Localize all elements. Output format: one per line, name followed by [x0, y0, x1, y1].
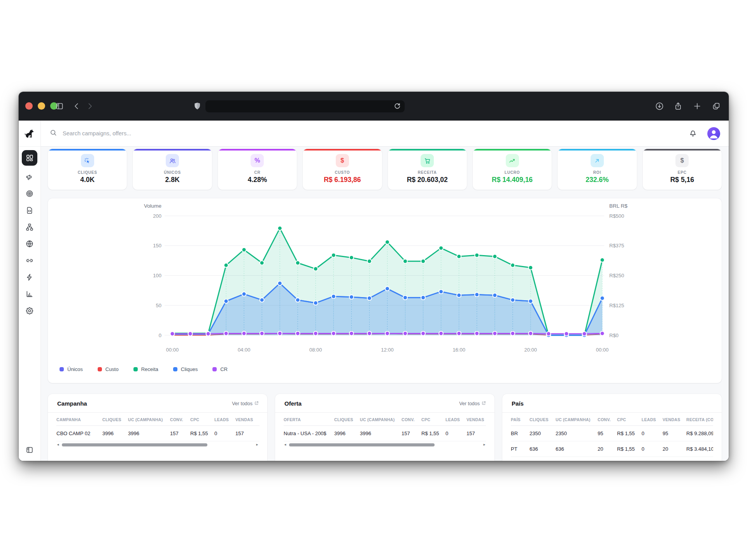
table-row[interactable]: BR2350235095R$ 1,55095R$ 9.288,09: [502, 426, 722, 441]
svg-text:R$125: R$125: [609, 303, 624, 308]
legend-label: CR: [220, 366, 228, 372]
scrollbar-thumb[interactable]: [289, 443, 435, 446]
ver-todos-label: Ver todos: [232, 401, 253, 406]
sidebar-item-lightning-icon[interactable]: [24, 272, 35, 283]
table-cell: 3996: [102, 426, 128, 441]
table-cell: 2350: [556, 426, 598, 441]
address-bar[interactable]: [205, 100, 405, 112]
table-title: Oferta: [284, 400, 302, 407]
close-window-button[interactable]: [25, 102, 33, 110]
user-avatar[interactable]: [707, 127, 720, 140]
sidebar-item-sitemap-icon[interactable]: [24, 222, 35, 233]
table-cell: 95: [598, 426, 617, 441]
kpi-accent-bar: [558, 149, 637, 150]
table-cell: 157: [402, 426, 421, 441]
kpi-accent-bar: [303, 149, 382, 150]
cart-icon: [421, 154, 434, 167]
kpi-accent-bar: [218, 149, 297, 150]
back-icon[interactable]: [71, 100, 82, 112]
app-logo[interactable]: [19, 121, 40, 147]
svg-text:20:00: 20:00: [524, 347, 537, 353]
dollar-icon: $: [336, 154, 349, 167]
table-cell: 636: [556, 441, 598, 457]
reload-icon[interactable]: [393, 102, 402, 111]
kpi-value: 232.6%: [558, 176, 637, 184]
percent-icon: %: [251, 154, 264, 167]
sidebar-item-dashboard-icon[interactable]: [22, 150, 37, 166]
kpi-label: RECEITA: [388, 170, 467, 175]
collapse-sidebar-icon[interactable]: [24, 444, 35, 455]
minimize-window-button[interactable]: [38, 102, 45, 110]
scroll-left-icon[interactable]: ◄: [284, 443, 287, 446]
horizontal-scrollbar[interactable]: ◄ ►: [284, 443, 486, 447]
svg-text:150: 150: [153, 243, 161, 248]
svg-text:200: 200: [153, 213, 161, 219]
kpi-label: CLIQUES: [48, 170, 127, 175]
legend-item-cliques[interactable]: Cliques: [173, 366, 198, 372]
app-topbar: [41, 121, 729, 147]
new-tab-icon[interactable]: [691, 100, 703, 112]
legend-swatch: [98, 367, 102, 371]
column-header: LEADS: [214, 417, 235, 426]
sidebar-item-globe-icon[interactable]: [24, 238, 35, 249]
svg-text:R$375: R$375: [609, 243, 624, 248]
table-title: Campanha: [57, 400, 87, 407]
legend-label: Únicos: [67, 366, 83, 372]
cursor-click-icon: [81, 154, 94, 167]
privacy-shield-icon[interactable]: [191, 100, 203, 112]
forward-icon[interactable]: [84, 100, 96, 112]
kpi-label: EPC: [643, 170, 722, 175]
svg-text:100: 100: [153, 273, 161, 278]
legend-label: Receita: [141, 366, 158, 372]
sidebar-item-gear-icon[interactable]: [24, 305, 35, 316]
table-panel-campanha: CampanhaVer todosCAMPANHACLIQUESUC (CAMP…: [48, 394, 267, 461]
sidebar-item-link-icon[interactable]: [24, 255, 35, 266]
tab-overview-icon[interactable]: [710, 100, 722, 112]
scrollbar-thumb[interactable]: [62, 443, 207, 446]
users-icon: [166, 154, 179, 167]
app-frame: CLIQUES4.0KÚNICOS2.8K%CR4.28%$CUSTOR$ 6.…: [19, 121, 729, 461]
table-panel-país: PaísPAÍSCLIQUESUC (CAMPANHA)CONV.CPCLEAD…: [502, 394, 722, 461]
table-cell: R$ 1,55: [617, 441, 642, 457]
sidebar-item-megaphone-icon[interactable]: [24, 172, 35, 182]
table-cell: 157: [466, 426, 486, 441]
svg-text:04:00: 04:00: [238, 347, 251, 353]
table-row[interactable]: Nutra - USA - 200$39963996157R$ 1,550157: [275, 426, 494, 441]
legend-label: Custo: [105, 366, 119, 372]
notifications-bell-icon[interactable]: [688, 128, 698, 138]
trend-up-icon: [506, 154, 519, 167]
table-cell: 0: [214, 426, 235, 441]
search-input[interactable]: [63, 130, 226, 136]
scroll-left-icon[interactable]: ◄: [56, 443, 60, 446]
scroll-right-icon[interactable]: ►: [483, 443, 486, 446]
dashboard-content: CLIQUES4.0KÚNICOS2.8K%CR4.28%$CUSTOR$ 6.…: [41, 147, 729, 461]
kpi-value: R$ 20.603,02: [388, 176, 467, 184]
table-row[interactable]: PT63663620R$ 1,55020R$ 3.484,10: [502, 441, 722, 457]
kpi-label: CR: [218, 170, 297, 175]
ver-todos-link[interactable]: Ver todos: [459, 401, 486, 406]
legend-item-cr[interactable]: CR: [212, 366, 228, 372]
ver-todos-label: Ver todos: [459, 401, 480, 406]
legend-item-receita[interactable]: Receita: [133, 366, 158, 372]
kpi-label: LUCRO: [473, 170, 552, 175]
ver-todos-link[interactable]: Ver todos: [232, 401, 259, 406]
column-header: RECEITA (CO: [686, 417, 713, 426]
horizontal-scrollbar[interactable]: ◄ ►: [56, 443, 259, 447]
table-row[interactable]: CBO CAMP 0239963996157R$ 1,550157R: [48, 426, 267, 441]
legend-swatch: [133, 367, 138, 371]
sidebar-item-target-icon[interactable]: [24, 188, 35, 199]
kpi-value: R$ 6.193,86: [303, 176, 382, 184]
kpi-value: R$ 5,16: [643, 176, 722, 184]
legend-item-custo[interactable]: Custo: [98, 366, 119, 372]
sidebar-item-page-code-icon[interactable]: [24, 205, 35, 216]
share-icon[interactable]: [672, 100, 684, 112]
svg-text:R$250: R$250: [609, 273, 624, 278]
browser-sidebar-toggle-icon[interactable]: [54, 100, 65, 112]
scroll-right-icon[interactable]: ►: [256, 443, 259, 446]
svg-text:0: 0: [159, 332, 161, 338]
downloads-icon[interactable]: [654, 100, 665, 112]
legend-item-únicos[interactable]: Únicos: [60, 366, 83, 372]
column-header: VENDAS: [235, 417, 260, 426]
kpi-accent-bar: [388, 149, 467, 150]
sidebar-item-bar-chart-icon[interactable]: [24, 289, 35, 299]
